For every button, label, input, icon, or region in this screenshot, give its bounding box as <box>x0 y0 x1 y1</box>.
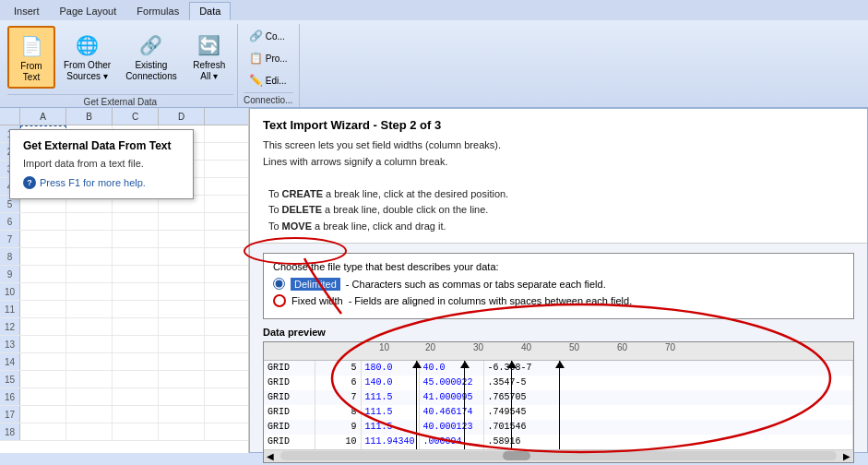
table-cell: .58916 <box>483 435 852 449</box>
ribbon-tabs: Insert Page Layout Formulas Data <box>0 0 868 20</box>
data-preview: Data preview 10 20 30 40 50 60 70 <box>263 327 854 463</box>
existing-icon: 🔗 <box>137 30 166 60</box>
from-text-label: FromText <box>20 61 42 83</box>
table-cell: .000094 <box>419 435 483 449</box>
delimited-desc: - Characters such as commas or tabs sepa… <box>346 279 606 290</box>
tab-formulas[interactable]: Formulas <box>126 2 189 20</box>
co-icon: 🔗 <box>249 29 264 43</box>
table-cell: 111.5 <box>361 405 419 420</box>
ribbon: Insert Page Layout Formulas Data 📄 FromT… <box>0 0 868 108</box>
scrollbar-track[interactable] <box>280 451 837 460</box>
table-cell: 5 <box>315 361 361 376</box>
table-cell: 111.94340 <box>361 435 419 449</box>
table-cell: 8 <box>315 405 361 420</box>
existing-connections-button[interactable]: 🔗 ExistingConnections <box>119 26 184 87</box>
table-cell: GRID <box>264 420 315 435</box>
connections-pro-button[interactable]: 📋 Pro... <box>244 48 293 68</box>
wizard-body: Choose the file type that best describes… <box>250 244 867 465</box>
fixed-width-option[interactable]: Fixed width - Fields are aligned in colu… <box>273 294 844 307</box>
table-cell: .3547-5 <box>483 376 852 390</box>
existing-label: ExistingConnections <box>125 60 177 82</box>
edi-icon: ✏️ <box>249 73 264 88</box>
connections-co-button[interactable]: 🔗 Co... <box>244 26 293 46</box>
col-a: A <box>20 108 66 125</box>
table-cell: 111.5 <box>361 390 419 405</box>
table-cell: 111.5 <box>361 420 419 435</box>
file-type-title: Choose the file type that best describes… <box>273 261 844 272</box>
preview-ruler: 10 20 30 40 50 60 70 <box>264 342 853 361</box>
table-row: 18 <box>0 423 248 441</box>
table-row: 14 <box>0 353 248 371</box>
wizard-title: Text Import Wizard - Step 2 of 3 <box>263 118 854 132</box>
table-cell: GRID <box>264 376 315 390</box>
table-cell: GRID <box>264 390 315 405</box>
wizard-header: Text Import Wizard - Step 2 of 3 This sc… <box>250 109 867 244</box>
refresh-all-button[interactable]: 🔄 RefreshAll ▾ <box>185 26 233 87</box>
tooltip-help: ? Press F1 for more help. <box>23 176 180 189</box>
table-row: 16 <box>0 388 248 406</box>
delimited-radio[interactable] <box>273 278 285 290</box>
co-label: Co... <box>266 31 285 42</box>
table-row: 6 <box>0 213 248 231</box>
table-row: 17 <box>0 406 248 423</box>
tooltip-help-text: Press F1 for more help. <box>40 177 146 188</box>
table-row: 9 <box>0 266 248 283</box>
help-icon: ? <box>23 176 36 189</box>
edi-label: Edi... <box>266 76 287 86</box>
pro-icon: 📋 <box>249 51 264 66</box>
col-d: D <box>159 108 205 125</box>
table-cell: 40.0 <box>419 361 483 376</box>
table-cell: 45.000022 <box>419 376 483 390</box>
table-cell: .749545 <box>483 405 852 420</box>
table-cell: 6 <box>315 376 361 390</box>
table-cell: 140.0 <box>361 376 419 390</box>
table-cell: 7 <box>315 390 361 405</box>
tooltip-popup: Get External Data From Text Import data … <box>9 129 194 199</box>
table-row: 7 <box>0 231 248 248</box>
preview-title: Data preview <box>263 327 854 338</box>
preview-scrollbar[interactable]: ◀ ▶ <box>264 449 853 462</box>
table-row: 12 <box>0 318 248 336</box>
delimited-label: Delimited <box>291 278 340 291</box>
table-cell: 10 <box>315 435 361 449</box>
table-row: 11 <box>0 301 248 318</box>
file-type-section: Choose the file type that best describes… <box>263 253 854 319</box>
tab-data[interactable]: Data <box>189 2 231 20</box>
refresh-icon: 🔄 <box>195 30 224 60</box>
get-external-data-buttons: 📄 FromText 🌐 From OtherSources ▾ 🔗 Exist… <box>7 24 233 92</box>
table-cell: .765705 <box>483 390 852 405</box>
fixed-width-label: Fixed width <box>291 295 343 306</box>
table-cell: .701546 <box>483 420 852 435</box>
table-cell: GRID <box>264 435 315 449</box>
table-row: 8 <box>0 248 248 266</box>
table-cell: 40.466174 <box>419 405 483 420</box>
wizard-panel: Text Import Wizard - Step 2 of 3 This sc… <box>249 108 868 453</box>
table-cell: GRID <box>264 361 315 376</box>
refresh-label: RefreshAll ▾ <box>193 60 225 82</box>
tab-page-layout[interactable]: Page Layout <box>50 2 127 20</box>
table-cell: 9 <box>315 420 361 435</box>
scroll-right-button[interactable]: ▶ <box>840 451 853 461</box>
from-other-icon: 🌐 <box>73 30 102 60</box>
table-row: 10 <box>0 283 248 301</box>
fixed-width-radio-circle[interactable] <box>273 294 286 307</box>
table-cell: -6.308-7 <box>483 361 852 376</box>
scrollbar-thumb[interactable] <box>503 451 530 460</box>
from-text-button[interactable]: 📄 FromText <box>7 26 55 89</box>
table-cell: GRID <box>264 405 315 420</box>
preview-container[interactable]: 10 20 30 40 50 60 70 <box>263 341 854 463</box>
table-row: 13 <box>0 336 248 353</box>
col-b: B <box>66 108 113 125</box>
col-c: C <box>113 108 159 125</box>
from-other-sources-button[interactable]: 🌐 From OtherSources ▾ <box>57 26 117 87</box>
table-row: 15 <box>0 371 248 388</box>
connections-label: Connectio... <box>244 92 293 105</box>
grid-column-headers: A B C D <box>0 108 248 125</box>
pro-label: Pro... <box>266 54 288 64</box>
delimited-option[interactable]: Delimited - Characters such as commas or… <box>273 278 844 291</box>
from-other-label: From OtherSources ▾ <box>64 60 111 82</box>
connections-edi-button[interactable]: ✏️ Edi... <box>244 70 293 90</box>
table-cell: 41.000095 <box>419 390 483 405</box>
tab-insert[interactable]: Insert <box>4 2 50 20</box>
fixed-width-desc: - Fields are aligned in columns with spa… <box>349 295 633 306</box>
